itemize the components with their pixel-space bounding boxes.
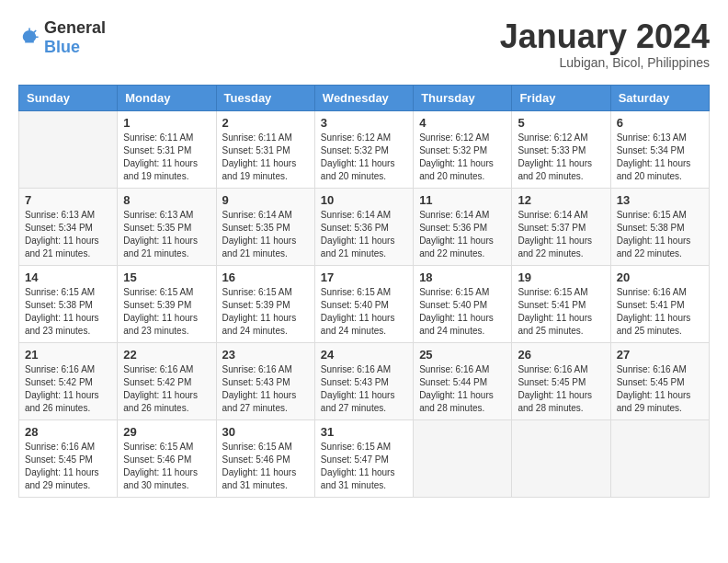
- day-info: Sunrise: 6:15 AMSunset: 5:38 PMDaylight:…: [25, 286, 111, 338]
- calendar-cell: 21Sunrise: 6:16 AMSunset: 5:42 PMDayligh…: [19, 342, 118, 419]
- calendar-cell: 8Sunrise: 6:13 AMSunset: 5:35 PMDaylight…: [118, 188, 216, 265]
- day-number: 21: [25, 348, 111, 362]
- day-number: 8: [123, 193, 210, 207]
- calendar-cell: 27Sunrise: 6:16 AMSunset: 5:45 PMDayligh…: [610, 342, 709, 419]
- day-info: Sunrise: 6:15 AMSunset: 5:40 PMDaylight:…: [321, 286, 407, 338]
- day-number: 18: [419, 270, 506, 284]
- day-number: 28: [25, 425, 111, 439]
- day-info: Sunrise: 6:14 AMSunset: 5:36 PMDaylight:…: [419, 209, 506, 260]
- calendar-cell: 31Sunrise: 6:15 AMSunset: 5:47 PMDayligh…: [314, 419, 413, 497]
- day-number: 9: [222, 193, 309, 207]
- day-info: Sunrise: 6:14 AMSunset: 5:37 PMDaylight:…: [518, 209, 604, 260]
- day-number: 16: [222, 270, 309, 284]
- calendar-week-row: 7Sunrise: 6:13 AMSunset: 5:34 PMDaylight…: [19, 188, 710, 265]
- day-info: Sunrise: 6:11 AMSunset: 5:31 PMDaylight:…: [123, 132, 210, 183]
- day-info: Sunrise: 6:13 AMSunset: 5:34 PMDaylight:…: [617, 132, 703, 183]
- day-number: 30: [222, 425, 309, 439]
- logo: General Blue: [18, 18, 106, 57]
- day-number: 2: [222, 116, 309, 130]
- calendar-cell: 11Sunrise: 6:14 AMSunset: 5:36 PMDayligh…: [414, 188, 512, 265]
- calendar-cell: 16Sunrise: 6:15 AMSunset: 5:39 PMDayligh…: [216, 265, 314, 342]
- calendar-cell: 3Sunrise: 6:12 AMSunset: 5:32 PMDaylight…: [314, 110, 413, 188]
- calendar-cell: 22Sunrise: 6:16 AMSunset: 5:42 PMDayligh…: [118, 342, 216, 419]
- day-info: Sunrise: 6:12 AMSunset: 5:32 PMDaylight:…: [419, 132, 506, 183]
- day-info: Sunrise: 6:16 AMSunset: 5:41 PMDaylight:…: [617, 286, 703, 338]
- weekday-header-thursday: Thursday: [414, 85, 512, 110]
- weekday-header-wednesday: Wednesday: [314, 85, 413, 110]
- day-info: Sunrise: 6:16 AMSunset: 5:42 PMDaylight:…: [123, 363, 210, 415]
- day-info: Sunrise: 6:16 AMSunset: 5:44 PMDaylight:…: [419, 363, 506, 415]
- day-info: Sunrise: 6:14 AMSunset: 5:36 PMDaylight:…: [321, 209, 407, 260]
- location: Lubigan, Bicol, Philippines: [500, 55, 710, 70]
- day-info: Sunrise: 6:11 AMSunset: 5:31 PMDaylight:…: [222, 132, 309, 183]
- day-number: 4: [419, 116, 506, 130]
- day-number: 22: [123, 348, 210, 362]
- day-info: Sunrise: 6:15 AMSunset: 5:46 PMDaylight:…: [123, 441, 210, 492]
- weekday-header-sunday: Sunday: [19, 85, 118, 110]
- calendar-table: SundayMondayTuesdayWednesdayThursdayFrid…: [18, 85, 710, 498]
- day-number: 20: [617, 270, 703, 284]
- day-number: 29: [123, 425, 210, 439]
- day-info: Sunrise: 6:15 AMSunset: 5:46 PMDaylight:…: [222, 441, 309, 492]
- calendar-cell: 15Sunrise: 6:15 AMSunset: 5:39 PMDayligh…: [118, 265, 216, 342]
- calendar-cell: 9Sunrise: 6:14 AMSunset: 5:35 PMDaylight…: [216, 188, 314, 265]
- day-number: 24: [321, 348, 407, 362]
- calendar-cell: 4Sunrise: 6:12 AMSunset: 5:32 PMDaylight…: [414, 110, 512, 188]
- day-info: Sunrise: 6:13 AMSunset: 5:34 PMDaylight:…: [25, 209, 111, 260]
- day-info: Sunrise: 6:15 AMSunset: 5:39 PMDaylight:…: [222, 286, 309, 338]
- day-info: Sunrise: 6:16 AMSunset: 5:45 PMDaylight:…: [518, 363, 604, 415]
- calendar-cell: [512, 419, 610, 497]
- logo-text: General Blue: [44, 18, 106, 57]
- day-info: Sunrise: 6:16 AMSunset: 5:43 PMDaylight:…: [222, 363, 309, 415]
- logo-general: General: [44, 18, 106, 37]
- day-info: Sunrise: 6:13 AMSunset: 5:35 PMDaylight:…: [123, 209, 210, 260]
- day-number: 12: [518, 193, 604, 207]
- day-info: Sunrise: 6:15 AMSunset: 5:40 PMDaylight:…: [419, 286, 506, 338]
- page-header: General Blue January 2024 Lubigan, Bicol…: [18, 18, 710, 70]
- calendar-cell: [414, 419, 512, 497]
- calendar-cell: 12Sunrise: 6:14 AMSunset: 5:37 PMDayligh…: [512, 188, 610, 265]
- day-info: Sunrise: 6:15 AMSunset: 5:47 PMDaylight:…: [321, 441, 407, 492]
- day-number: 31: [321, 425, 407, 439]
- day-info: Sunrise: 6:15 AMSunset: 5:38 PMDaylight:…: [617, 209, 703, 260]
- calendar-cell: 28Sunrise: 6:16 AMSunset: 5:45 PMDayligh…: [19, 419, 118, 497]
- calendar-cell: 24Sunrise: 6:16 AMSunset: 5:43 PMDayligh…: [314, 342, 413, 419]
- calendar-cell: 2Sunrise: 6:11 AMSunset: 5:31 PMDaylight…: [216, 110, 314, 188]
- calendar-cell: [19, 110, 118, 188]
- logo-blue: Blue: [44, 38, 80, 56]
- day-number: 25: [419, 348, 506, 362]
- calendar-header-row: SundayMondayTuesdayWednesdayThursdayFrid…: [19, 85, 710, 110]
- calendar-cell: 5Sunrise: 6:12 AMSunset: 5:33 PMDaylight…: [512, 110, 610, 188]
- calendar-cell: 26Sunrise: 6:16 AMSunset: 5:45 PMDayligh…: [512, 342, 610, 419]
- calendar-cell: 25Sunrise: 6:16 AMSunset: 5:44 PMDayligh…: [414, 342, 512, 419]
- day-number: 19: [518, 270, 604, 284]
- calendar-cell: 17Sunrise: 6:15 AMSunset: 5:40 PMDayligh…: [314, 265, 413, 342]
- day-number: 14: [25, 270, 111, 284]
- calendar-cell: 23Sunrise: 6:16 AMSunset: 5:43 PMDayligh…: [216, 342, 314, 419]
- day-info: Sunrise: 6:12 AMSunset: 5:32 PMDaylight:…: [321, 132, 407, 183]
- day-number: 3: [321, 116, 407, 130]
- calendar-cell: 30Sunrise: 6:15 AMSunset: 5:46 PMDayligh…: [216, 419, 314, 497]
- calendar-cell: 6Sunrise: 6:13 AMSunset: 5:34 PMDaylight…: [610, 110, 709, 188]
- day-number: 1: [123, 116, 210, 130]
- calendar-cell: 14Sunrise: 6:15 AMSunset: 5:38 PMDayligh…: [19, 265, 118, 342]
- day-number: 26: [518, 348, 604, 362]
- calendar-week-row: 21Sunrise: 6:16 AMSunset: 5:42 PMDayligh…: [19, 342, 710, 419]
- day-number: 15: [123, 270, 210, 284]
- day-number: 13: [617, 193, 703, 207]
- calendar-cell: [610, 419, 709, 497]
- calendar-cell: 10Sunrise: 6:14 AMSunset: 5:36 PMDayligh…: [314, 188, 413, 265]
- weekday-header-tuesday: Tuesday: [216, 85, 314, 110]
- day-info: Sunrise: 6:15 AMSunset: 5:41 PMDaylight:…: [518, 286, 604, 338]
- day-number: 23: [222, 348, 309, 362]
- calendar-week-row: 28Sunrise: 6:16 AMSunset: 5:45 PMDayligh…: [19, 419, 710, 497]
- day-info: Sunrise: 6:12 AMSunset: 5:33 PMDaylight:…: [518, 132, 604, 183]
- day-number: 6: [617, 116, 703, 130]
- calendar-cell: 19Sunrise: 6:15 AMSunset: 5:41 PMDayligh…: [512, 265, 610, 342]
- day-info: Sunrise: 6:16 AMSunset: 5:45 PMDaylight:…: [617, 363, 703, 415]
- weekday-header-friday: Friday: [512, 85, 610, 110]
- calendar-cell: 29Sunrise: 6:15 AMSunset: 5:46 PMDayligh…: [118, 419, 216, 497]
- day-number: 27: [617, 348, 703, 362]
- day-number: 17: [321, 270, 407, 284]
- calendar-week-row: 1Sunrise: 6:11 AMSunset: 5:31 PMDaylight…: [19, 110, 710, 188]
